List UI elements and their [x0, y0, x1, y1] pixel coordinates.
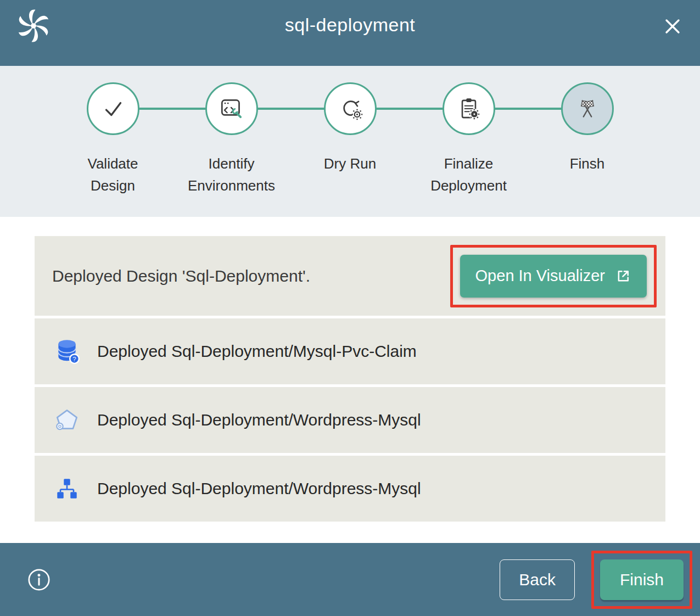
design-result-row: Deployed Design 'Sql-Deployment'. Open I…	[35, 236, 665, 316]
finish-button[interactable]: Finish	[600, 559, 684, 600]
modal-title: sql-deployment	[285, 8, 416, 42]
result-text: Deployed Sql-Deployment/Wordpress-Mysql	[97, 479, 421, 498]
step-circle	[324, 82, 377, 135]
finish-flags-icon	[574, 95, 601, 122]
deployment-wizard-modal: sql-deployment Validate Design	[0, 0, 700, 616]
step-identify-environments: Identify Environments	[172, 82, 291, 197]
annotation-highlight-finish: Finish	[591, 551, 692, 609]
meshery-logo-icon	[16, 9, 51, 43]
info-button[interactable]	[26, 567, 52, 592]
step-label: Finsh	[570, 153, 605, 175]
modal-footer: Back Finish	[0, 543, 700, 616]
code-wrench-icon	[218, 95, 245, 122]
close-icon	[663, 16, 682, 36]
sync-gear-icon	[337, 95, 364, 122]
svg-text:?: ?	[72, 356, 76, 362]
result-row-pvc: ? Deployed Sql-Deployment/Mysql-Pvc-Clai…	[35, 318, 665, 384]
deployment-results: Deployed Design 'Sql-Deployment'. Open I…	[0, 217, 700, 543]
result-text: Deployed Sql-Deployment/Wordpress-Mysql	[97, 411, 421, 429]
step-circle	[443, 82, 495, 135]
step-dry-run: Dry Run	[291, 82, 410, 197]
step-finish: Finsh	[528, 82, 647, 197]
pentagon-icon	[53, 406, 81, 434]
step-circle	[561, 82, 614, 135]
deployment-stepper: Validate Design Identify Environm	[0, 66, 700, 217]
result-text: Deployed Sql-Deployment/Mysql-Pvc-Claim	[97, 342, 417, 361]
close-button[interactable]	[662, 15, 684, 37]
step-finalize-deployment: Finalize Deployment	[410, 82, 528, 197]
step-label: Identify Environments	[183, 153, 280, 197]
back-button[interactable]: Back	[500, 559, 575, 600]
step-label: Validate Design	[65, 153, 161, 197]
check-icon	[99, 95, 127, 122]
result-row-wordpress-mysql-2: Deployed Sql-Deployment/Wordpress-Mysql	[35, 456, 665, 522]
result-row-wordpress-mysql-1: Deployed Sql-Deployment/Wordpress-Mysql	[35, 387, 665, 453]
modal-header: sql-deployment	[0, 0, 700, 66]
open-in-visualizer-button[interactable]: Open In Visualizer	[460, 255, 647, 298]
external-link-icon	[615, 268, 631, 284]
open-in-visualizer-label: Open In Visualizer	[475, 267, 605, 285]
hierarchy-icon	[53, 475, 81, 502]
info-icon	[26, 567, 52, 592]
step-validate-design: Validate Design	[54, 82, 172, 197]
step-label: Finalize Deployment	[421, 153, 517, 197]
step-circle	[87, 82, 139, 135]
design-deployed-text: Deployed Design 'Sql-Deployment'.	[52, 267, 310, 285]
database-icon: ?	[53, 338, 81, 365]
clipboard-gear-icon	[455, 95, 483, 122]
step-circle	[205, 82, 258, 135]
annotation-highlight-visualizer: Open In Visualizer	[450, 245, 657, 307]
step-label: Dry Run	[324, 153, 376, 175]
